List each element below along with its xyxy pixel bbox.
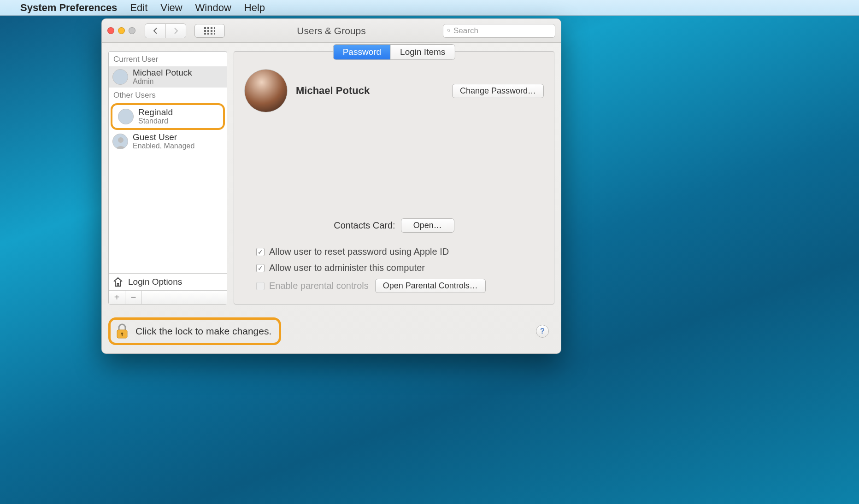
allow-reset-checkbox-row[interactable]: ✓ Allow user to reset password using App… bbox=[244, 244, 544, 260]
add-user-button[interactable]: + bbox=[109, 291, 125, 304]
parental-checkbox-row: Enable parental controls bbox=[256, 281, 369, 291]
window-footer: Click the lock to make changes. ? bbox=[102, 309, 561, 353]
other-users-header: Other Users bbox=[109, 88, 227, 102]
svg-rect-5 bbox=[207, 30, 209, 32]
profile-name: Michael Potuck bbox=[296, 85, 370, 97]
svg-rect-6 bbox=[211, 30, 212, 32]
svg-rect-18 bbox=[122, 334, 123, 336]
add-remove-bar: + − bbox=[109, 290, 227, 304]
svg-rect-15 bbox=[118, 283, 119, 286]
annotation-highlight: Reginald Standard bbox=[111, 103, 225, 130]
current-user-header: Current User bbox=[109, 52, 227, 66]
contacts-card-label: Contacts Card: bbox=[334, 220, 395, 231]
open-parental-button[interactable]: Open Parental Controls… bbox=[375, 279, 486, 293]
svg-rect-8 bbox=[204, 33, 206, 35]
user-role: Admin bbox=[133, 77, 192, 86]
avatar bbox=[112, 69, 128, 85]
titlebar: Users & Groups bbox=[102, 19, 561, 43]
close-button[interactable] bbox=[107, 27, 114, 34]
allow-reset-label: Allow user to reset password using Apple… bbox=[269, 246, 449, 257]
avatar bbox=[118, 109, 134, 124]
checkbox-icon: ✓ bbox=[256, 248, 265, 256]
svg-point-14 bbox=[118, 137, 124, 143]
user-detail-panel: Password Login Items Michael Potuck Chan… bbox=[234, 51, 554, 305]
svg-rect-3 bbox=[214, 27, 215, 29]
profile-avatar[interactable] bbox=[244, 69, 288, 112]
svg-point-12 bbox=[447, 29, 450, 31]
panel-tabs: Password Login Items bbox=[333, 44, 455, 60]
svg-rect-2 bbox=[211, 27, 212, 29]
traffic-lights bbox=[107, 27, 135, 34]
home-icon bbox=[112, 276, 124, 287]
svg-rect-7 bbox=[214, 30, 215, 32]
users-sidebar: Current User Michael Potuck Admin Other … bbox=[108, 51, 227, 305]
svg-rect-10 bbox=[211, 33, 212, 35]
parental-label: Enable parental controls bbox=[269, 281, 369, 291]
user-role: Standard bbox=[138, 117, 173, 125]
show-all-button[interactable] bbox=[194, 24, 225, 38]
minimize-button[interactable] bbox=[118, 27, 125, 34]
search-field[interactable] bbox=[443, 24, 555, 38]
remove-user-button[interactable]: − bbox=[125, 291, 142, 304]
forward-button[interactable] bbox=[165, 24, 186, 38]
avatar bbox=[112, 134, 128, 149]
tab-login-items[interactable]: Login Items bbox=[390, 45, 454, 59]
allow-admin-checkbox-row[interactable]: ✓ Allow user to administer this computer bbox=[244, 260, 544, 276]
menubar: System Preferences Edit View Window Help bbox=[0, 0, 859, 16]
user-role: Enabled, Managed bbox=[133, 142, 194, 150]
svg-rect-11 bbox=[214, 33, 215, 35]
svg-rect-1 bbox=[207, 27, 209, 29]
menu-window[interactable]: Window bbox=[195, 2, 231, 14]
login-options[interactable]: Login Options bbox=[109, 273, 227, 290]
checkbox-icon bbox=[256, 282, 265, 290]
back-button[interactable] bbox=[145, 24, 165, 38]
lock-text: Click the lock to make changes. bbox=[135, 326, 271, 337]
change-password-button[interactable]: Change Password… bbox=[452, 84, 544, 98]
user-name: Michael Potuck bbox=[133, 68, 192, 77]
search-icon bbox=[447, 27, 451, 34]
lock-annotation: Click the lock to make changes. bbox=[108, 317, 281, 345]
app-menu[interactable]: System Preferences bbox=[20, 2, 117, 14]
svg-line-13 bbox=[449, 31, 450, 32]
sidebar-user-guest[interactable]: Guest User Enabled, Managed bbox=[109, 131, 227, 152]
open-contacts-button[interactable]: Open… bbox=[401, 218, 454, 233]
user-name: Reginald bbox=[138, 108, 173, 117]
sidebar-user-current[interactable]: Michael Potuck Admin bbox=[109, 66, 227, 88]
svg-rect-0 bbox=[204, 27, 206, 29]
zoom-button[interactable] bbox=[129, 27, 135, 34]
preferences-window: Users & Groups Current User Michael Potu… bbox=[101, 18, 561, 354]
nav-buttons bbox=[145, 23, 186, 38]
menu-view[interactable]: View bbox=[160, 2, 182, 14]
checkbox-icon: ✓ bbox=[256, 264, 265, 272]
user-name: Guest User bbox=[133, 133, 194, 142]
menu-help[interactable]: Help bbox=[244, 2, 265, 14]
search-input[interactable] bbox=[453, 26, 551, 35]
svg-rect-4 bbox=[204, 30, 206, 32]
help-button[interactable]: ? bbox=[536, 325, 549, 338]
login-options-label: Login Options bbox=[128, 277, 182, 287]
allow-admin-label: Allow user to administer this computer bbox=[269, 263, 425, 273]
lock-icon[interactable] bbox=[115, 323, 129, 339]
svg-rect-9 bbox=[207, 33, 209, 35]
menu-edit[interactable]: Edit bbox=[130, 2, 147, 14]
tab-password[interactable]: Password bbox=[334, 45, 390, 59]
sidebar-user-reginald[interactable]: Reginald Standard bbox=[114, 106, 221, 127]
